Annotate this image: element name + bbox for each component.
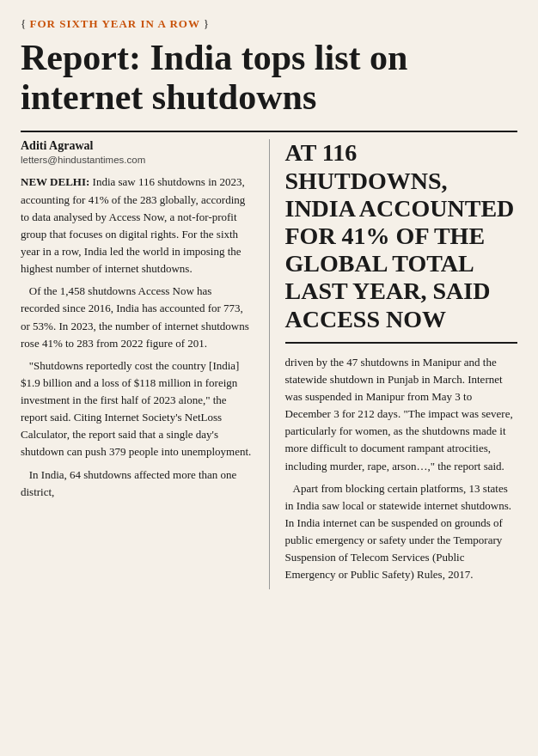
left-para-4: In India, 64 shutdowns affected more tha… (21, 466, 254, 501)
right-para-2: Apart from blocking certain platforms, 1… (285, 480, 518, 584)
open-brace: { (21, 17, 30, 30)
tag-text: FOR SIXTH YEAR IN A ROW (30, 17, 200, 30)
left-article-body: NEW DELHI: India saw 116 shutdowns in 20… (21, 174, 254, 501)
main-headline: Report: India tops list on internet shut… (21, 38, 517, 117)
column-divider (269, 139, 270, 588)
right-divider (285, 342, 518, 344)
right-column: AT 116 SHUTDOWNS, INDIA ACCOUNTED FOR 41… (285, 139, 518, 588)
tag-line: { FOR SIXTH YEAR IN A ROW } (21, 17, 517, 31)
right-para-1: driven by the 47 shutdowns in Manipur an… (285, 354, 518, 475)
pull-quote: AT 116 SHUTDOWNS, INDIA ACCOUNTED FOR 41… (285, 139, 518, 332)
left-column: Aditi Agrawal letters@hindustantimes.com… (21, 139, 254, 588)
right-article-body: driven by the 47 shutdowns in Manipur an… (285, 354, 518, 584)
author-email: letters@hindustantimes.com (21, 155, 254, 165)
close-brace: } (204, 17, 210, 30)
header-divider (21, 131, 517, 132)
author-name: Aditi Agrawal (21, 139, 254, 153)
left-para-1: NEW DELHI: India saw 116 shutdowns in 20… (21, 174, 254, 277)
left-para-2: Of the 1,458 shutdowns Access Now has re… (21, 283, 254, 352)
left-para-3: "Shutdowns reportedly cost the country [… (21, 357, 254, 461)
